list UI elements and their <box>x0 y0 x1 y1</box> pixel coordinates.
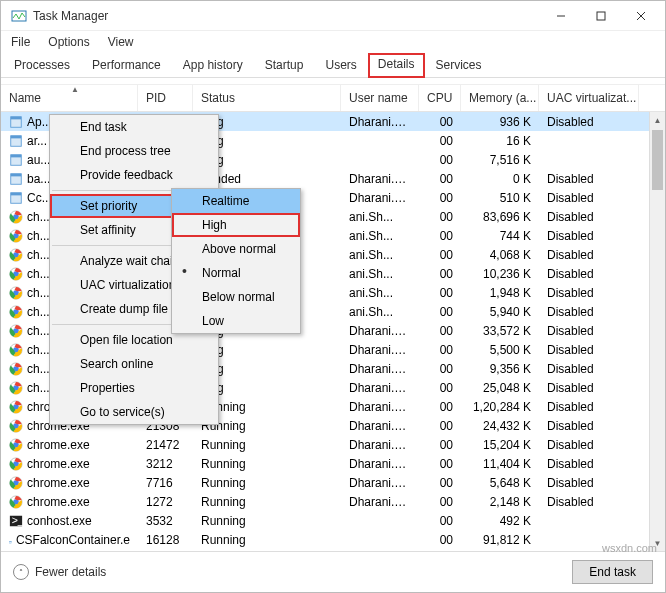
priority-normal[interactable]: Normal <box>172 261 300 285</box>
menu-options[interactable]: Options <box>48 35 89 49</box>
process-uac: Disabled <box>539 286 639 300</box>
table-row[interactable]: chrome.exe7716RunningDharani.Sh...005,64… <box>1 473 665 492</box>
process-cpu: 00 <box>419 514 461 528</box>
process-uac: Disabled <box>539 457 639 471</box>
priority-high[interactable]: High <box>172 213 300 237</box>
process-memory: 25,048 K <box>461 381 539 395</box>
chrome-icon <box>9 343 23 357</box>
process-cpu: 00 <box>419 191 461 205</box>
menu-item-end-task[interactable]: End task <box>50 115 218 139</box>
process-user: Dharani.Sh... <box>341 172 419 186</box>
svg-rect-8 <box>11 135 22 138</box>
menu-item-search-online[interactable]: Search online <box>50 352 218 376</box>
process-memory: 16 K <box>461 134 539 148</box>
process-cpu: 00 <box>419 248 461 262</box>
process-user: ani.Sh... <box>341 305 419 319</box>
menu-view[interactable]: View <box>108 35 134 49</box>
tab-details[interactable]: Details <box>368 53 425 78</box>
process-status: Running <box>193 533 341 547</box>
table-row[interactable]: chrome.exe3212RunningDharani.Sh...0011,4… <box>1 454 665 473</box>
menu-item-end-process-tree[interactable]: End process tree <box>50 139 218 163</box>
process-grid: Ap...ningDharani.Sh...00936 KDisabledar.… <box>1 112 665 551</box>
process-cpu: 00 <box>419 419 461 433</box>
fewer-details-button[interactable]: ˄ Fewer details <box>13 564 106 580</box>
process-memory: 11,404 K <box>461 457 539 471</box>
table-row[interactable]: >_conhost.exe3532Running00492 K <box>1 511 665 530</box>
process-user: Dharani.Sh... <box>341 381 419 395</box>
vertical-scrollbar[interactable]: ▲ ▼ <box>649 112 665 551</box>
app-icon <box>9 191 23 205</box>
app-icon <box>9 533 12 547</box>
minimize-button[interactable] <box>541 1 581 31</box>
process-uac: Disabled <box>539 476 639 490</box>
process-uac: Disabled <box>539 324 639 338</box>
scroll-thumb[interactable] <box>652 130 663 190</box>
chrome-icon <box>9 419 23 433</box>
col-uac[interactable]: UAC virtualizat... <box>539 85 639 111</box>
tab-performance[interactable]: Performance <box>81 53 172 77</box>
table-row[interactable]: chrome.exe21472RunningDharani.Sh...0015,… <box>1 435 665 454</box>
process-name: chrome.exe <box>27 476 90 490</box>
process-user: Dharani.Sh... <box>341 476 419 490</box>
col-cpu[interactable]: CPU <box>419 85 461 111</box>
process-cpu: 00 <box>419 457 461 471</box>
svg-rect-2 <box>597 12 605 20</box>
close-button[interactable] <box>621 1 661 31</box>
process-memory: 2,148 K <box>461 495 539 509</box>
process-uac: Disabled <box>539 115 639 129</box>
end-task-button[interactable]: End task <box>572 560 653 584</box>
tab-services[interactable]: Services <box>425 53 493 77</box>
process-pid: 16128 <box>138 533 193 547</box>
process-uac: Disabled <box>539 495 639 509</box>
process-name: Ap... <box>27 115 52 129</box>
col-mem[interactable]: Memory (a... <box>461 85 539 111</box>
app-icon <box>9 115 23 129</box>
table-row[interactable]: CSFalconContainer.e16128Running0091,812 … <box>1 530 665 549</box>
process-user: Dharani.Sh... <box>341 362 419 376</box>
chrome-icon <box>9 362 23 376</box>
console-icon: >_ <box>9 514 23 528</box>
process-cpu: 00 <box>419 438 461 452</box>
process-cpu: 00 <box>419 476 461 490</box>
col-name[interactable]: Name▲ <box>1 85 138 111</box>
priority-low[interactable]: Low <box>172 309 300 333</box>
process-pid: 3212 <box>138 457 193 471</box>
process-uac: Disabled <box>539 248 639 262</box>
maximize-button[interactable] <box>581 1 621 31</box>
priority-realtime[interactable]: Realtime <box>172 189 300 213</box>
col-status[interactable]: Status <box>193 85 341 111</box>
process-memory: 5,500 K <box>461 343 539 357</box>
process-memory: 15,204 K <box>461 438 539 452</box>
menu-item-go-to-service-s-[interactable]: Go to service(s) <box>50 400 218 424</box>
chrome-icon <box>9 286 23 300</box>
process-cpu: 00 <box>419 495 461 509</box>
process-memory: 10,236 K <box>461 267 539 281</box>
priority-above-normal[interactable]: Above normal <box>172 237 300 261</box>
process-status: Running <box>193 514 341 528</box>
table-row[interactable]: chrome.exe1272RunningDharani.Sh...002,14… <box>1 492 665 511</box>
process-cpu: 00 <box>419 229 461 243</box>
svg-rect-50 <box>9 541 11 542</box>
tab-app-history[interactable]: App history <box>172 53 254 77</box>
process-memory: 5,648 K <box>461 476 539 490</box>
col-user[interactable]: User name <box>341 85 419 111</box>
process-user: Dharani.Sh... <box>341 191 419 205</box>
process-uac: Disabled <box>539 210 639 224</box>
col-pid[interactable]: PID <box>138 85 193 111</box>
process-cpu: 00 <box>419 115 461 129</box>
menu-file[interactable]: File <box>11 35 30 49</box>
menu-item-provide-feedback[interactable]: Provide feedback <box>50 163 218 187</box>
tab-processes[interactable]: Processes <box>3 53 81 77</box>
process-cpu: 00 <box>419 286 461 300</box>
menu-item-properties[interactable]: Properties <box>50 376 218 400</box>
tab-users[interactable]: Users <box>314 53 367 77</box>
process-name: ch... <box>27 324 50 338</box>
svg-rect-14 <box>11 192 22 195</box>
tab-startup[interactable]: Startup <box>254 53 315 77</box>
task-manager-window: Task Manager File Options View Processes… <box>0 0 666 593</box>
process-cpu: 00 <box>419 305 461 319</box>
priority-below-normal[interactable]: Below normal <box>172 285 300 309</box>
scroll-up-icon[interactable]: ▲ <box>650 112 665 128</box>
process-cpu: 00 <box>419 172 461 186</box>
process-status: Running <box>193 495 341 509</box>
